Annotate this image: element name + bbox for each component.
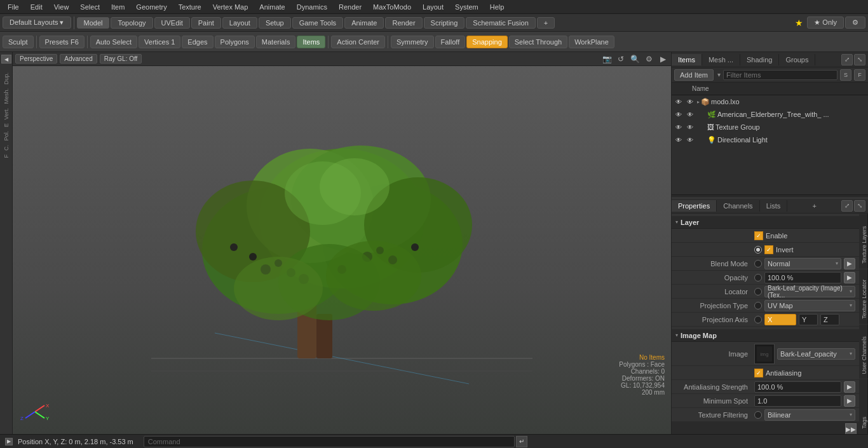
tab-channels[interactable]: Channels xyxy=(717,200,759,212)
x-axis-input[interactable]: X xyxy=(764,314,796,325)
sidebar-label-vert[interactable]: Vert. xyxy=(2,107,11,121)
menu-maxtomodo[interactable]: MaxToModo xyxy=(368,2,416,12)
tab-shading[interactable]: Shading xyxy=(740,54,779,65)
settings-vp-icon[interactable]: ⚙ xyxy=(643,53,654,65)
tex-filter-radio[interactable] xyxy=(754,411,762,419)
add-tab-button[interactable]: + xyxy=(808,200,820,212)
camera-icon[interactable]: 📷 xyxy=(601,53,613,65)
shrink-panel-icon[interactable]: ⤡ xyxy=(854,54,865,65)
sidebar-label-f[interactable]: F xyxy=(2,153,11,160)
item-row-texgroup[interactable]: 👁 👁 🖼 Texture Group xyxy=(672,121,868,133)
sidebar-label-pol[interactable]: Pol. xyxy=(2,130,11,142)
props-shrink-icon[interactable]: ⤡ xyxy=(854,200,865,212)
sidebar-label-e[interactable]: E xyxy=(2,122,11,128)
falloff-button[interactable]: Falloff xyxy=(435,36,466,48)
tab-properties[interactable]: Properties xyxy=(672,200,717,212)
eye-icon-modo[interactable]: 👁 xyxy=(674,97,683,106)
menu-file[interactable]: File xyxy=(3,2,24,12)
add-item-button[interactable]: Add Item xyxy=(674,69,714,81)
expand-panel-icon[interactable]: ⤢ xyxy=(841,54,853,65)
sidebar-label-c[interactable]: C. xyxy=(2,144,11,152)
layer-section-header[interactable]: ▾ Layer xyxy=(672,216,859,229)
item-row-elderberry[interactable]: 👁 👁 🌿 American_Elderberry_Tree_with_ ... xyxy=(672,108,868,121)
advanced-button[interactable]: Advanced xyxy=(60,54,97,64)
s-icon[interactable]: S xyxy=(840,69,851,81)
invert-checkbox[interactable]: ✓ xyxy=(764,245,773,254)
gametools-button[interactable]: Game Tools xyxy=(292,17,344,29)
opacity-radio[interactable] xyxy=(754,274,762,282)
schematic-fusion-button[interactable]: Schematic Fusion xyxy=(466,17,535,29)
opacity-input[interactable]: 100.0 % xyxy=(764,272,841,283)
enable-checkbox[interactable]: ✓ xyxy=(754,231,763,240)
blend-mode-select[interactable]: Normal ▾ xyxy=(764,258,841,269)
image-select[interactable]: Bark-Leaf_opacity ▾ xyxy=(777,348,855,360)
selectthrough-button[interactable]: Select Through xyxy=(509,36,567,48)
blend-mode-expand[interactable]: ▶ xyxy=(844,258,855,269)
add-item-arrow[interactable]: ▾ xyxy=(717,71,721,78)
snapping-button[interactable]: Snapping xyxy=(466,36,508,48)
refresh-icon[interactable]: ↺ xyxy=(615,53,627,65)
texture-layers-sidebar[interactable]: Texture Layers xyxy=(859,214,868,269)
actioncenter-button[interactable]: Action Center xyxy=(331,36,385,48)
tab-items[interactable]: Items xyxy=(672,54,702,65)
uvedit-button[interactable]: UVEdit xyxy=(154,17,190,29)
sculpt-button[interactable]: Sculpt xyxy=(3,36,34,48)
tab-groups[interactable]: Groups xyxy=(779,54,815,65)
opacity-expand[interactable]: ▶ xyxy=(844,272,855,283)
user-channels-sidebar[interactable]: User Channels xyxy=(859,324,868,379)
command-input[interactable]: Command xyxy=(144,436,515,447)
menu-texture[interactable]: Texture xyxy=(173,2,207,12)
animate-button[interactable]: Animate xyxy=(344,17,384,29)
status-toggle[interactable]: ▶ xyxy=(5,438,13,445)
tab-lists[interactable]: Lists xyxy=(760,200,788,212)
setup-button[interactable]: Setup xyxy=(259,17,291,29)
symmetry-button[interactable]: Symmetry xyxy=(391,36,434,48)
eye-icon-light[interactable]: 👁 xyxy=(674,135,683,144)
antialiasing-checkbox[interactable]: ✓ xyxy=(754,369,763,377)
arrow-icon-modo[interactable]: ▸ xyxy=(697,99,700,105)
plus-button[interactable]: + xyxy=(537,17,555,29)
proj-axis-radio[interactable] xyxy=(754,316,762,323)
sidebar-label-dup[interactable]: Dup. xyxy=(2,71,11,86)
menu-system[interactable]: System xyxy=(450,2,484,12)
eye2-icon-texgroup[interactable]: 👁 xyxy=(686,123,695,132)
menu-item[interactable]: Item xyxy=(106,2,130,12)
topology-button[interactable]: Topology xyxy=(111,17,153,29)
eye2-icon-modo[interactable]: 👁 xyxy=(686,97,695,106)
ls-toggle1[interactable]: ◀ xyxy=(1,55,11,64)
blend-mode-radio[interactable] xyxy=(754,260,762,268)
edges-button[interactable]: Edges xyxy=(182,36,213,48)
props-expand-icon[interactable]: ⤢ xyxy=(841,200,853,212)
sidebar-label-mesh[interactable]: Mesh. xyxy=(2,87,11,105)
locator-radio[interactable] xyxy=(754,288,762,295)
render-button[interactable]: Render xyxy=(385,17,422,29)
aa-strength-input[interactable]: 100.0 % xyxy=(754,381,841,393)
proj-type-radio[interactable] xyxy=(754,302,762,309)
f-icon[interactable]: F xyxy=(854,69,865,81)
menu-layout[interactable]: Layout xyxy=(417,2,449,12)
search-icon[interactable]: 🔍 xyxy=(629,53,641,65)
perspective-button[interactable]: Perspective xyxy=(15,54,57,64)
model-button[interactable]: Model xyxy=(77,17,110,29)
eye2-icon-light[interactable]: 👁 xyxy=(686,135,695,144)
tex-filter-select[interactable]: Bilinear ▾ xyxy=(764,409,855,421)
scripting-button[interactable]: Scripting xyxy=(424,17,465,29)
menu-render[interactable]: Render xyxy=(334,2,367,12)
menu-help[interactable]: Help xyxy=(485,2,510,12)
y-axis-input[interactable]: Y xyxy=(799,314,818,325)
menu-geometry[interactable]: Geometry xyxy=(131,2,172,12)
layouts-button[interactable]: Default Layouts ▾ xyxy=(3,17,71,29)
z-axis-input[interactable]: Z xyxy=(820,314,839,325)
menu-dynamics[interactable]: Dynamics xyxy=(292,2,332,12)
item-row-modo[interactable]: 👁 👁 ▸ 📦 modo.lxo xyxy=(672,95,868,108)
expand-icon[interactable]: ▶ xyxy=(657,53,668,65)
command-submit-button[interactable]: ↵ xyxy=(516,436,527,447)
eye-icon-texgroup[interactable]: 👁 xyxy=(674,123,683,132)
eye2-icon-elderberry[interactable]: 👁 xyxy=(686,110,695,119)
menu-edit[interactable]: Edit xyxy=(25,2,48,12)
polygons-button[interactable]: Polygons xyxy=(215,36,255,48)
min-spot-input[interactable]: 1.0 xyxy=(754,395,841,407)
bottom-expand-button[interactable]: ▶▶ xyxy=(845,423,857,434)
locator-select[interactable]: Bark-Leaf_opacity (Image) (Tex... ▾ xyxy=(764,286,855,297)
texture-locator-sidebar[interactable]: Texture Locator xyxy=(859,269,868,324)
